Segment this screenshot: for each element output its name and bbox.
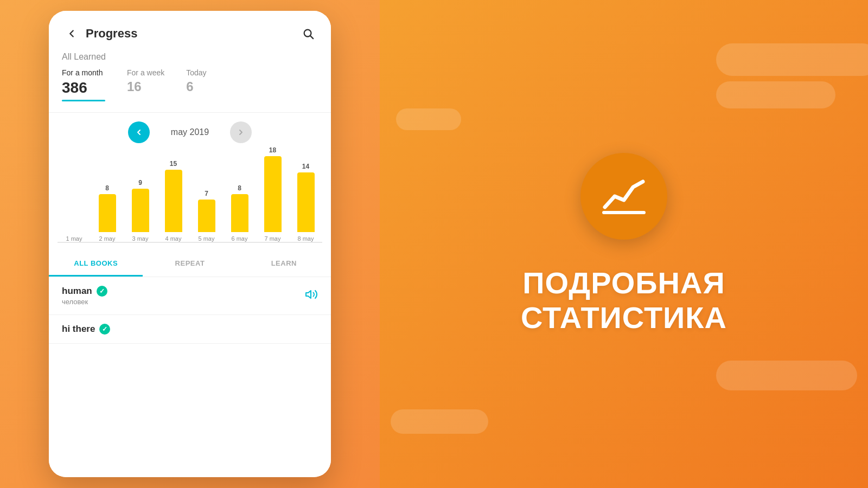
phone-card: Progress All Learned For a month 386	[49, 11, 331, 477]
stats-icon-circle	[580, 153, 667, 240]
bar-date-label: 4 may	[165, 235, 182, 242]
tab-repeat[interactable]: REPEAT	[143, 252, 237, 277]
word-left: human ✓ человек	[62, 286, 107, 306]
svg-marker-2	[306, 291, 311, 298]
word-text: human	[62, 286, 92, 297]
cloud-deco-3	[716, 361, 857, 390]
stat-today-label: Today	[186, 68, 206, 77]
word-translation: человек	[62, 298, 107, 306]
stat-today-value: 6	[186, 79, 206, 94]
bars-container: 1 may82 may93 may154 may75 may86 may187 …	[58, 156, 322, 243]
bar-date-label: 7 may	[265, 235, 281, 242]
tabs: ALL BOOKS REPEAT LEARN	[49, 252, 331, 277]
stats-row: For a month 386 For a week 16 Today 6	[62, 68, 318, 101]
bar-group: 82 may	[91, 184, 124, 242]
stat-week-value: 16	[127, 79, 164, 94]
word-english-2: hi there ✓	[62, 324, 110, 335]
bar-date-label: 2 may	[99, 235, 116, 242]
bar-value: 8	[238, 184, 241, 192]
bar-group: 1 may	[58, 222, 91, 242]
bar	[99, 194, 116, 232]
stat-week-label: For a week	[127, 68, 164, 77]
bar	[264, 156, 282, 232]
bar	[198, 200, 215, 232]
bar-date-label: 8 may	[298, 235, 314, 242]
bar-value: 18	[269, 146, 276, 154]
word-text-2: hi there	[62, 324, 95, 335]
learned-check-icon-2: ✓	[99, 324, 110, 335]
stat-month-value: 386	[62, 79, 105, 97]
back-button[interactable]	[62, 24, 81, 43]
cloud-deco-5	[396, 108, 461, 130]
bar-date-label: 3 may	[132, 235, 149, 242]
word-list: human ✓ человек hi there	[49, 277, 331, 477]
stat-month[interactable]: For a month 386	[62, 68, 105, 101]
left-panel: Progress All Learned For a month 386	[0, 0, 380, 488]
chart-icon	[599, 172, 648, 221]
next-month-button[interactable]	[230, 121, 252, 143]
bar-value: 7	[205, 190, 208, 197]
bar-value: 9	[138, 179, 142, 187]
bar-group: 148 may	[289, 163, 322, 242]
bar-group: 187 may	[256, 146, 289, 242]
word-left-2: hi there ✓	[62, 324, 110, 335]
right-title-line2: СТАТИСТИКА	[521, 300, 727, 335]
word-item-human: human ✓ человек	[49, 277, 331, 315]
search-button[interactable]	[298, 24, 318, 43]
word-english: human ✓	[62, 286, 107, 297]
tab-learn[interactable]: LEARN	[237, 252, 331, 277]
right-title: ПОДРОБНАЯ СТАТИСТИКА	[521, 266, 727, 336]
learned-check-icon: ✓	[97, 286, 107, 297]
word-item-hithere: hi there ✓	[49, 315, 331, 344]
bar-group: 75 may	[190, 190, 223, 242]
bar-value: 15	[170, 160, 177, 168]
bar	[231, 194, 248, 232]
right-title-line1: ПОДРОБНАЯ	[521, 266, 727, 300]
bar-chart: 1 may82 may93 may154 may75 may86 may187 …	[49, 152, 331, 243]
cloud-deco-1	[716, 43, 868, 76]
bar-date-label: 6 may	[232, 235, 248, 242]
bar-date-label: 5 may	[199, 235, 215, 242]
bar	[132, 189, 149, 232]
svg-line-1	[310, 36, 313, 38]
speaker-button[interactable]	[305, 288, 318, 304]
page-title: Progress	[86, 27, 298, 41]
bar-group: 93 may	[124, 179, 157, 242]
cloud-deco-4	[391, 409, 488, 434]
month-label: may 2019	[163, 127, 217, 137]
stat-week[interactable]: For a week 16	[127, 68, 164, 94]
bar-date-label: 1 may	[66, 235, 82, 242]
active-indicator	[62, 100, 105, 101]
all-learned-label: All Learned	[62, 52, 318, 62]
stat-month-label: For a month	[62, 68, 105, 77]
right-panel: ПОДРОБНАЯ СТАТИСТИКА	[380, 0, 868, 488]
stats-section: All Learned For a month 386 For a week 1…	[49, 52, 331, 112]
bar-group: 154 may	[157, 160, 190, 242]
stat-today[interactable]: Today 6	[186, 68, 206, 94]
cloud-deco-2	[716, 81, 835, 108]
tab-all-books[interactable]: ALL BOOKS	[49, 252, 143, 277]
bar	[297, 172, 315, 232]
bar-value: 14	[302, 163, 309, 170]
bar-value: 8	[105, 184, 109, 192]
prev-month-button[interactable]	[128, 121, 150, 143]
bar	[165, 170, 182, 232]
app-header: Progress	[49, 11, 331, 52]
bar-group: 86 may	[223, 184, 256, 242]
